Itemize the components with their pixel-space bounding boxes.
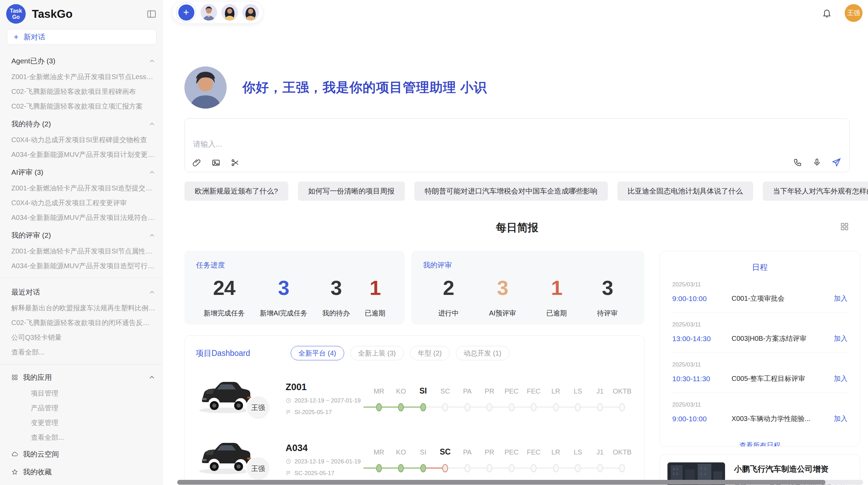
milestone-label: PR: [479, 387, 501, 395]
dashboard-tab[interactable]: 全新上装 (3): [350, 346, 404, 360]
recent-chats-header[interactable]: 最近对话: [11, 287, 155, 297]
scissors-icon[interactable]: [231, 158, 240, 167]
project-dates-text: 2023-12-19 ~ 2027-01-19: [294, 397, 361, 404]
sidebar-group-header[interactable]: AI评审 (3): [11, 167, 155, 177]
sidebar-group-header[interactable]: 我的待办 (2): [11, 119, 155, 129]
app-menu-item[interactable]: 变更管理: [11, 419, 155, 426]
app-menu-item[interactable]: 项目管理: [11, 390, 155, 397]
milestone-dot-column: [545, 463, 567, 473]
view-all-schedule-link[interactable]: 查看所有日程: [672, 441, 847, 447]
join-meeting-link[interactable]: 加入: [829, 294, 847, 303]
suggestion-chip[interactable]: 比亚迪全固态电池计划具体说了什么: [617, 182, 753, 201]
project-dashboard-card: 项目Dashboard 全新平台 (4)全新上装 (3)年型 (2)动总开发 (…: [184, 335, 644, 485]
stat-value: 3: [322, 276, 350, 300]
join-meeting-link[interactable]: 加入: [829, 374, 847, 383]
stat-label: 已逾期: [365, 309, 385, 318]
sidebar-task-item[interactable]: A034-全新新能源MUV产品开发项目计划变更表编写: [11, 151, 155, 158]
sidebar-group-header[interactable]: 我的评审 (2): [11, 231, 155, 240]
recent-chat-item[interactable]: 解释最新出台的欧盟报废车法规再生塑料比例被调至15%...: [11, 304, 155, 312]
voice-call-icon[interactable]: [793, 158, 802, 167]
milestone-label: FEC: [523, 448, 545, 456]
clock-icon: [286, 398, 291, 403]
sidebar-link-我的收藏[interactable]: 我的收藏: [11, 467, 155, 477]
sidebar-task-item[interactable]: C0X4-动力总成开发项目SI里程碑提交物检查: [11, 136, 155, 144]
microphone-icon[interactable]: [812, 158, 821, 167]
stat-item: 24新增完成任务: [204, 276, 245, 318]
sidebar-task-item[interactable]: C0X4-动力总成开发项目工程变更评审: [11, 199, 155, 207]
sidebar-task-item[interactable]: C02-飞腾新能源轻客改款项目立项汇报方案: [11, 103, 155, 110]
sidebar-task-item[interactable]: Z001-全新燃油轻卡产品开发项目SI节点属性5D文件评审: [11, 248, 155, 255]
suggestion-chip[interactable]: 如何写一份清晰的项目周报: [298, 182, 405, 201]
user-avatar-badge[interactable]: 王强: [845, 4, 863, 22]
suggestion-chip[interactable]: 当下年轻人对汽车外观有怎样的喜好趋势: [763, 182, 868, 201]
milestone-dot: [442, 464, 448, 472]
plus-icon: [13, 34, 20, 40]
milestone-label: SI: [412, 386, 434, 396]
milestone-label: KO: [390, 387, 412, 395]
horizontal-scrollbar-thumb[interactable]: [177, 480, 825, 485]
sidebar-task-item[interactable]: C02-飞腾新能源轻客改款项目里程碑画布: [11, 88, 155, 95]
new-session-button[interactable]: [178, 4, 194, 21]
dashboard-tab[interactable]: 年型 (2): [410, 346, 450, 360]
sidebar-scroll-area: Agent已办 (3)Z001-全新燃油皮卡产品开发项目SI节点Lesson L…: [0, 45, 162, 485]
notification-bell-icon[interactable]: [822, 8, 832, 18]
layout-grid-icon[interactable]: [840, 222, 849, 231]
recent-chat-item[interactable]: C02-飞腾新能源轻客改款项目的闭环通告反馈情况: [11, 319, 155, 326]
milestone-label: J1: [589, 387, 611, 395]
milestone-dot: [442, 403, 448, 411]
recent-chat-item[interactable]: 公司Q3轻卡销量: [11, 334, 155, 341]
project-row[interactable]: 王强A0342023-12-19 ~ 2026-01-19SC-2025-05-…: [196, 437, 633, 482]
sidebar-group-title: AI评审 (3): [11, 167, 43, 177]
logo-text-top: Task: [10, 8, 22, 14]
send-icon[interactable]: [832, 158, 841, 167]
milestone-dot-column: [368, 402, 390, 412]
session-avatar-1[interactable]: [201, 4, 217, 21]
sidebar-collapse-icon[interactable]: [146, 9, 157, 19]
join-meeting-link[interactable]: 加入: [829, 334, 847, 343]
briefing-columns: 任务进度24新增完成任务3新增AI完成任务3我的待办1已逾期我的评审2进行中3A…: [184, 251, 850, 485]
join-meeting-link[interactable]: 加入: [829, 414, 847, 423]
schedule-event-title: X003-车辆动力学性能验...: [732, 414, 829, 423]
dashboard-tab[interactable]: 动总开发 (1): [456, 346, 509, 360]
schedule-event-title: C003|H0B-方案冻结评审: [732, 334, 829, 343]
suggestion-chips: 欧洲新规最近颁布了什么?如何写一份清晰的项目周报特朗普可能对进口汽车增税会对中国…: [184, 182, 850, 201]
sidebar-link-我的云空间[interactable]: 我的云空间: [11, 449, 155, 459]
app-menu-item[interactable]: 查看全部...: [11, 434, 155, 441]
milestone-dot-column: [567, 463, 589, 473]
project-dates-text: 2023-12-19 ~ 2026-01-19: [294, 458, 361, 465]
app-menu-item[interactable]: 产品管理: [11, 405, 155, 412]
milestone-dot-column: [412, 463, 434, 473]
milestone-dots: [368, 402, 633, 412]
milestone-dot: [465, 464, 470, 472]
session-avatar-3[interactable]: [242, 4, 259, 21]
stat-value: 1: [365, 276, 385, 300]
news-title: 小鹏飞行汽车制造公司增资: [734, 464, 852, 474]
message-input[interactable]: [185, 119, 849, 172]
session-avatar-2[interactable]: [221, 4, 238, 21]
project-row[interactable]: 王强Z0012023-12-19 ~ 2027-01-19SI-2025-05-…: [196, 376, 633, 421]
milestone-label: SC: [434, 447, 457, 457]
schedule-row: 9:00-10:00X003-车辆动力学性能验...加入: [672, 414, 847, 423]
milestone-dot-column: [589, 463, 611, 473]
suggestion-chip[interactable]: 特朗普可能对进口汽车增税会对中国车企造成哪些影响: [414, 182, 608, 201]
sidebar-group-header[interactable]: Agent已办 (3): [11, 56, 155, 66]
milestone-dot-column: [589, 402, 611, 412]
sidebar-task-item[interactable]: A034-全新新能源MUV产品开发项目造型可行性评审: [11, 262, 155, 270]
sidebar-task-item[interactable]: A034-全新新能源MUV产品开发项目法规符合性评审: [11, 214, 155, 221]
milestone-label: PEC: [501, 387, 523, 395]
new-chat-button[interactable]: 新对话: [7, 29, 157, 45]
image-upload-icon[interactable]: [212, 158, 220, 167]
left-column: 任务进度24新增完成任务3新增AI完成任务3我的待办1已逾期我的评审2进行中3A…: [184, 251, 644, 485]
dashboard-header: 项目Dashboard 全新平台 (4)全新上装 (3)年型 (2)动总开发 (…: [196, 346, 633, 360]
dashboard-tab[interactable]: 全新平台 (4): [291, 346, 344, 360]
composer-actions: [793, 158, 841, 167]
attachment-icon[interactable]: [192, 158, 201, 167]
sidebar-task-item[interactable]: Z001-全新燃油轻卡产品开发项目SI造型提交物评审: [11, 185, 155, 192]
sidebar-task-item[interactable]: Z001-全新燃油皮卡产品开发项目SI节点Lesson Learn报告: [11, 73, 155, 80]
milestone-dot-column: [567, 402, 589, 412]
my-apps-header[interactable]: 我的应用: [11, 373, 155, 382]
suggestion-chip[interactable]: 欧洲新规最近颁布了什么?: [184, 182, 288, 201]
stat-item: 3AI预评审: [489, 276, 516, 318]
recent-chat-item[interactable]: 查看全部...: [11, 349, 155, 356]
sidebar-header: Task Go TaskGo: [0, 0, 162, 26]
